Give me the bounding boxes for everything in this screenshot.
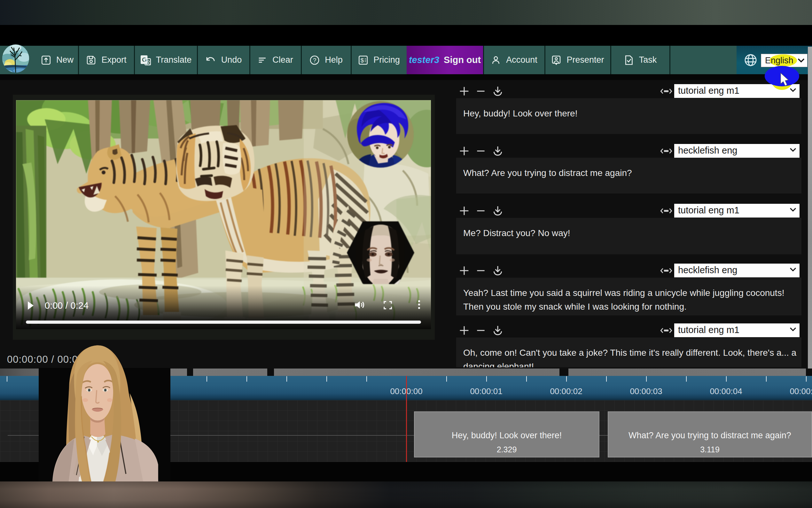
svg-text:$: $ <box>361 57 364 64</box>
svg-text:文: 文 <box>146 59 151 65</box>
svg-text:?: ? <box>313 57 316 64</box>
